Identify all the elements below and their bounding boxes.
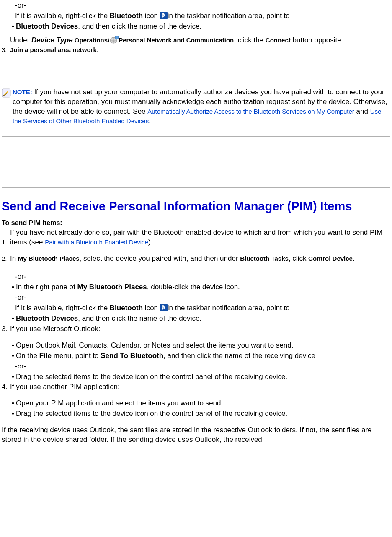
bluetooth-tasks: Bluetooth Tasks (240, 255, 289, 262)
file-menu: File (39, 352, 52, 360)
bullet: • (12, 351, 16, 361)
bullet: • (12, 399, 16, 408)
to-send-label: To send PIM items: (2, 218, 390, 228)
text: . (353, 254, 355, 262)
svg-rect-2 (115, 36, 119, 39)
device-type: Device Type (31, 36, 73, 44)
text: ). (148, 238, 152, 246)
auto-authorize-link[interactable]: Automatically Authorize Access to the Bl… (147, 108, 354, 115)
join-pan: Join a personal area network (10, 46, 97, 53)
pnc-label: Personal Network and Communication (119, 36, 234, 44)
text: icon (143, 304, 160, 312)
step-4-number: 4. (2, 382, 10, 392)
step-1-text: If you have not already done so, pair wi… (10, 228, 390, 247)
text: button opposite (291, 36, 341, 44)
bluetooth-devices-line: Bluetooth Devices, and then click the na… (16, 22, 201, 31)
bullet: • (12, 409, 16, 419)
text: icon (143, 12, 160, 20)
footer-paragraph: If the receiving device uses Outlook, th… (2, 425, 390, 445)
alt1-text: In the right pane of My Bluetooth Places… (16, 283, 240, 292)
join-pan-line: Join a personal area network. (10, 45, 390, 55)
bullet: • (12, 372, 16, 382)
text: menu, point to (52, 352, 101, 360)
rightclick-bt-line: If it is available, right-click the Blue… (2, 11, 390, 21)
step-2-text: In My Bluetooth Places, select the devic… (10, 254, 390, 264)
text: . (149, 117, 151, 125)
text: If it is available, right-click the (15, 304, 110, 312)
s4-b2: Drag the selected items to the device ic… (16, 409, 287, 419)
bluetooth-icon (160, 304, 168, 311)
alt2-line: If it is available, right-click the Blue… (2, 304, 390, 313)
text: On the (16, 352, 39, 360)
alt2-tail: Bluetooth Devices, and then click the na… (16, 314, 201, 324)
bullet: • (12, 22, 16, 31)
note-pencil-icon (2, 88, 13, 98)
s3-b2: On the File menu, point to Send To Bluet… (16, 351, 315, 361)
note-label: NOTE: (13, 88, 32, 96)
control-device: Control Device (308, 255, 353, 262)
step-3-number: 3. (2, 45, 10, 55)
divider (2, 136, 390, 137)
text: , select the device you paired with, and… (80, 254, 240, 262)
bullet: • (12, 341, 16, 350)
pair-device-link[interactable]: Pair with a Bluetooth Enabled Device (45, 239, 148, 246)
text: In the right pane of (16, 283, 77, 291)
step-1-number: 1. (2, 238, 10, 247)
text: in the taskbar notification area, point … (168, 12, 290, 20)
text: , and then click the name of the device. (78, 314, 201, 322)
text: and (354, 107, 370, 115)
text: , double-click the device icon. (147, 283, 240, 291)
my-bluetooth-places: My Bluetooth Places (18, 255, 80, 262)
text: in the taskbar notification area, point … (168, 304, 290, 312)
bluetooth-devices: Bluetooth Devices (16, 314, 78, 322)
note-body: NOTE: If you have not set up your comput… (13, 88, 388, 126)
step-2-number: 2. (2, 254, 10, 264)
or-text: -or- (2, 272, 390, 282)
step-3-text: Under Device Type Operations\ Personal N… (10, 36, 390, 45)
bluetooth-word: Bluetooth (110, 304, 143, 312)
operations-label: Operations\ (73, 36, 110, 44)
text: In (10, 254, 18, 262)
my-bluetooth-places-bold: My Bluetooth Places (77, 283, 147, 291)
text: , and then click the name of the device. (78, 22, 201, 30)
text: Under (10, 36, 31, 44)
send-to-bluetooth: Send To Bluetooth (101, 352, 163, 360)
divider (2, 187, 390, 188)
step-3-number: 3. (2, 324, 10, 334)
or-text: -or- (2, 362, 390, 371)
bluetooth-word: Bluetooth (110, 12, 143, 20)
or-text: -or- (2, 293, 390, 303)
bullet: • (12, 314, 16, 324)
text: If it is available, right-click the (15, 12, 110, 20)
s3-b1: Open Outlook Mail, Contacts, Calendar, o… (16, 341, 293, 350)
bluetooth-icon (160, 12, 168, 19)
connect-label: Connect (266, 36, 291, 44)
text: , click (289, 254, 308, 262)
text: , click the (234, 36, 266, 44)
pim-heading: Send and Receive Personal Information Ma… (2, 199, 390, 214)
text: . (97, 46, 99, 54)
or-text: -or- (2, 1, 390, 10)
bullet: • (12, 283, 16, 292)
step-3-text: If you use Microsoft Outlook: (10, 324, 390, 334)
s4-b1: Open your PIM application and select the… (16, 399, 223, 408)
text: , and then click the name of the receivi… (163, 352, 315, 360)
network-share-icon (109, 36, 119, 44)
bluetooth-devices: Bluetooth Devices (16, 22, 78, 30)
step-4-text: If you use another PIM application: (10, 382, 390, 392)
s3-b3: Drag the selected items to the device ic… (16, 372, 287, 382)
